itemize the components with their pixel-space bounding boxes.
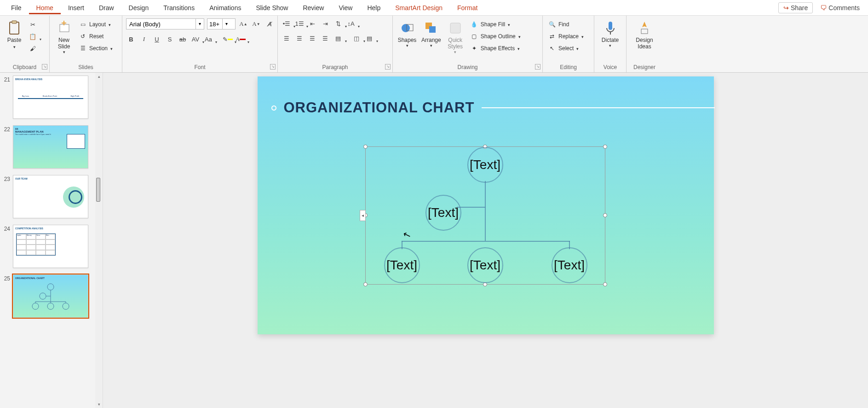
node-text[interactable]: [Text] — [428, 205, 459, 220]
reset-button[interactable]: ↺Reset — [77, 31, 114, 41]
comments-button[interactable]: 🗨 Comments — [816, 3, 864, 13]
tab-transitions[interactable]: Transitions — [156, 1, 202, 14]
numbering-button[interactable]: 1☰ — [294, 18, 305, 29]
node-text[interactable]: [Text] — [386, 258, 417, 273]
scroll-up-button[interactable]: ▴ — [95, 73, 103, 80]
tab-smartart-design[interactable]: SmartArt Design — [388, 1, 450, 14]
font-color-button[interactable]: A — [236, 34, 246, 44]
resize-handle-br[interactable] — [603, 282, 607, 286]
tab-help[interactable]: Help — [360, 1, 388, 14]
slide[interactable]: ORGANIZATIONAL CHART ◂ — [258, 76, 714, 334]
highlight-button[interactable]: ✎ — [223, 34, 233, 44]
font-size-combo[interactable]: ▾ — [207, 18, 236, 29]
dictate-button[interactable]: Dictate▾ — [600, 18, 621, 49]
org-node-root[interactable]: [Text] — [467, 147, 503, 183]
tab-home[interactable]: Home — [29, 1, 61, 14]
share-button[interactable]: ↪ Share — [778, 2, 813, 13]
bold-button[interactable]: B — [126, 34, 136, 44]
org-node-child[interactable]: [Text] — [552, 247, 587, 283]
align-text-button[interactable]: ◫ — [351, 33, 362, 43]
layout-button[interactable]: ▭Layout — [77, 19, 114, 29]
quick-styles-button[interactable]: Quick Styles▾ — [445, 18, 466, 55]
thumb-preview[interactable]: 04 MANAGEMENT PLAN You could enter a sub… — [13, 125, 88, 169]
clear-formatting-button[interactable]: A̸ — [264, 19, 274, 29]
copy-button[interactable]: 📋 — [28, 31, 38, 41]
font-name-dropdown[interactable]: ▾ — [195, 19, 204, 29]
org-node-child[interactable]: [Text] — [384, 247, 420, 283]
smartart-selection[interactable]: ◂ [Text] [Text] [Text] — [365, 146, 605, 285]
shrink-font-button[interactable]: A▼ — [251, 19, 261, 29]
tab-animations[interactable]: Animations — [202, 1, 248, 14]
bullets-button[interactable]: •☰ — [282, 18, 292, 29]
resize-handle-tr[interactable] — [603, 145, 607, 149]
line-spacing-button[interactable]: ⇅ — [333, 18, 343, 29]
paragraph-dialog-launcher[interactable]: ↘ — [385, 64, 391, 70]
tab-review[interactable]: Review — [295, 1, 331, 14]
resize-handle-bl[interactable] — [363, 282, 368, 286]
org-node-child[interactable]: [Text] — [467, 247, 503, 283]
resize-handle-tl[interactable] — [363, 145, 368, 149]
thumbnail-row[interactable]: 25 ORGANIZATIONAL CHART — [2, 274, 96, 318]
slide-title[interactable]: ORGANIZATIONAL CHART — [284, 99, 475, 116]
clipboard-dialog-launcher[interactable]: ↘ — [42, 64, 47, 70]
node-text[interactable]: [Text] — [470, 157, 500, 172]
thumbnail-row[interactable]: 23 OUR TEAM — [2, 175, 96, 218]
tab-design[interactable]: Design — [121, 1, 156, 14]
decrease-indent-button[interactable]: ⇤ — [307, 18, 317, 29]
format-painter-button[interactable]: 🖌 — [28, 43, 38, 53]
replace-button[interactable]: ⇄Replace — [546, 31, 585, 41]
arrange-button[interactable]: Arrange▾ — [420, 18, 442, 49]
find-button[interactable]: 🔍Find — [546, 19, 585, 29]
thumbnail-row[interactable]: 24 COMPETITION ANALYSIS JupiterMercuryVe… — [2, 225, 96, 268]
tab-draw[interactable]: Draw — [92, 1, 121, 14]
section-button[interactable]: ☰Section — [77, 43, 114, 53]
thumbnail-row[interactable]: 22 04 MANAGEMENT PLAN You could enter a … — [2, 125, 96, 169]
thumb-preview[interactable]: OUR TEAM — [13, 175, 88, 218]
select-button[interactable]: ↖Select — [546, 43, 585, 53]
grow-font-button[interactable]: A▲ — [238, 19, 248, 29]
paste-button[interactable]: Paste▾ — [4, 18, 25, 51]
shapes-button[interactable]: Shapes▾ — [397, 18, 418, 49]
tab-view[interactable]: View — [331, 1, 360, 14]
font-name-combo[interactable]: ▾ — [126, 18, 204, 29]
shape-outline-button[interactable]: ▢Shape Outline — [469, 31, 522, 41]
columns-button[interactable]: ▤ — [333, 33, 343, 43]
org-node-assistant[interactable]: [Text] — [425, 195, 461, 231]
thumbnail-row[interactable]: 21 BREAK-EVEN ANALYSIS Big Loss Break-Ev… — [2, 76, 96, 119]
tab-insert[interactable]: Insert — [61, 1, 92, 14]
scroll-down-button[interactable]: ▾ — [95, 401, 103, 408]
text-direction-button[interactable]: ↕A — [346, 18, 356, 29]
design-ideas-button[interactable]: Design Ideas — [634, 18, 655, 51]
smartart-convert-button[interactable]: ▤ — [364, 33, 374, 43]
shadow-button[interactable]: S — [165, 34, 175, 44]
shape-effects-button[interactable]: ✦Shape Effects — [469, 43, 522, 53]
font-size-dropdown[interactable]: ▾ — [222, 19, 230, 29]
increase-indent-button[interactable]: ⇥ — [320, 18, 330, 29]
align-left-button[interactable]: ☰ — [282, 33, 292, 43]
thumb-preview[interactable]: BREAK-EVEN ANALYSIS Big Loss Break-Even … — [13, 76, 88, 119]
align-center-button[interactable]: ☰ — [294, 33, 305, 43]
tab-file[interactable]: File — [4, 1, 29, 14]
font-size-input[interactable] — [207, 21, 222, 28]
node-text[interactable]: [Text] — [470, 258, 500, 273]
scroll-handle[interactable] — [96, 178, 100, 202]
tab-format[interactable]: Format — [450, 1, 485, 14]
underline-button[interactable]: U — [152, 34, 162, 44]
strikethrough-button[interactable]: ab — [178, 34, 188, 44]
char-spacing-button[interactable]: AV — [190, 34, 201, 44]
text-pane-toggle[interactable]: ◂ — [360, 210, 366, 221]
new-slide-button[interactable]: New Slide ▾ — [53, 18, 75, 55]
node-text[interactable]: [Text] — [554, 258, 585, 273]
tab-slideshow[interactable]: Slide Show — [248, 1, 295, 14]
font-name-input[interactable] — [126, 21, 195, 28]
font-dialog-launcher[interactable]: ↘ — [270, 64, 276, 70]
thumb-preview[interactable]: COMPETITION ANALYSIS JupiterMercuryVenus… — [13, 225, 88, 268]
drawing-dialog-launcher[interactable]: ↘ — [535, 64, 540, 70]
justify-button[interactable]: ☰ — [320, 33, 330, 43]
change-case-button[interactable]: Aa — [203, 34, 213, 44]
shape-fill-button[interactable]: 💧Shape Fill — [469, 19, 522, 29]
scroll-track[interactable] — [96, 80, 102, 401]
italic-button[interactable]: I — [139, 34, 149, 44]
align-right-button[interactable]: ☰ — [307, 33, 317, 43]
cut-button[interactable]: ✂ — [28, 19, 38, 29]
